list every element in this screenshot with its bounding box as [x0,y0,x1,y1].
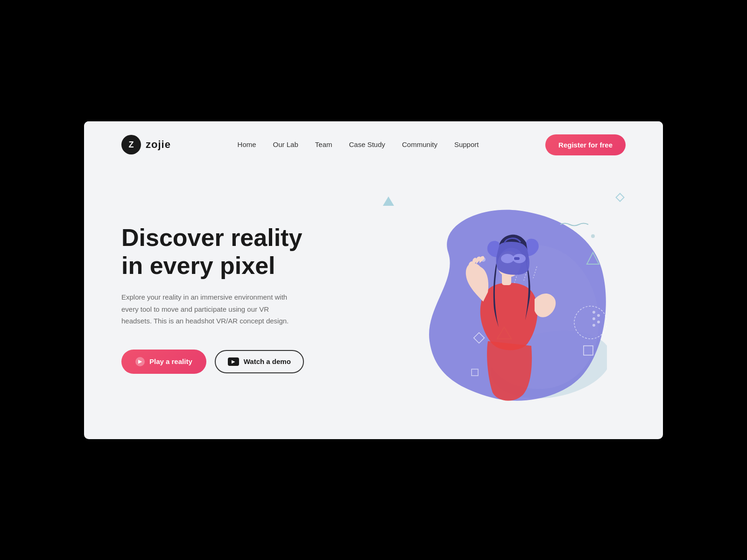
svg-point-10 [592,317,595,320]
navbar: Z zojie Home Our Lab Team Case Study Com… [84,121,663,168]
play-reality-button[interactable]: ▶ Play a reality [121,350,206,374]
hero-illustration [345,187,626,411]
nav-casestudy[interactable]: Case Study [349,140,385,148]
svg-point-19 [501,254,514,263]
nav-links: Home Our Lab Team Case Study Community S… [238,140,479,149]
youtube-icon: ▶ [228,357,239,366]
svg-point-3 [591,234,595,238]
register-button[interactable]: Register for free [545,134,626,155]
svg-point-9 [597,314,600,317]
logo-text: zojie [146,139,171,151]
vr-svg-illustration [411,196,607,402]
watch-demo-button[interactable]: ▶ Watch a demo [215,350,304,373]
svg-point-12 [592,324,595,327]
hero-section: Discover reality in every pixel Explore … [84,168,663,439]
logo-area: Z zojie [121,135,171,154]
hero-buttons: ▶ Play a reality ▶ Watch a demo [121,350,345,374]
logo-icon: Z [121,135,141,154]
nav-team[interactable]: Team [315,140,332,148]
hero-title: Discover reality in every pixel [121,224,345,280]
nav-ourlab[interactable]: Our Lab [273,140,298,148]
hero-content: Discover reality in every pixel Explore … [121,224,345,373]
nav-home[interactable]: Home [238,140,256,148]
browser-window: Z zojie Home Our Lab Team Case Study Com… [84,121,663,439]
nav-community[interactable]: Community [402,140,437,148]
hero-description: Explore your reality in an immersive env… [121,291,299,327]
deco-triangle [383,196,394,206]
svg-rect-21 [514,257,520,260]
nav-support[interactable]: Support [454,140,479,148]
play-icon: ▶ [135,357,145,366]
svg-point-8 [592,311,595,314]
svg-point-11 [597,321,600,323]
deco-diamond [615,193,625,202]
